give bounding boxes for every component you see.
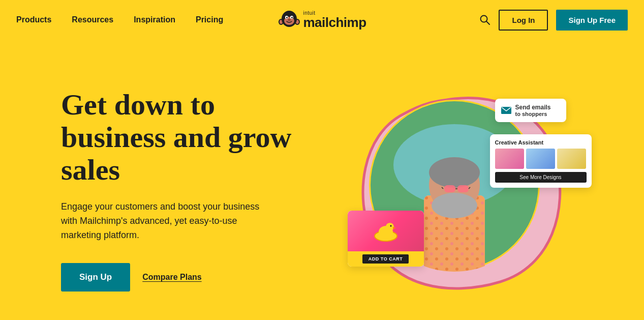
nav-left: Products Resources Inspiration Pricing: [16, 15, 223, 24]
nav-products[interactable]: Products: [16, 15, 51, 24]
logo[interactable]: intuit mailchimp: [278, 9, 366, 31]
send-emails-text: Send emails to shoppers: [515, 104, 551, 117]
svg-line-12: [486, 21, 489, 24]
search-icon: [479, 14, 490, 25]
creative-assistant-title: Creative Assistant: [495, 139, 587, 146]
card-send-emails: Send emails to shoppers: [495, 99, 566, 122]
login-button[interactable]: Log In: [499, 10, 548, 31]
design-thumb-1: [495, 149, 524, 169]
add-to-cart-area: ADD TO CART: [348, 251, 424, 267]
compare-plans-button[interactable]: Compare Plans: [142, 273, 201, 282]
hero-buttons: Sign Up Compare Plans: [61, 263, 315, 292]
nav-inspiration[interactable]: Inspiration: [134, 15, 175, 24]
svg-point-35: [386, 223, 394, 231]
see-more-designs-button[interactable]: See More Designs: [495, 172, 587, 183]
search-button[interactable]: [479, 14, 490, 25]
svg-rect-23: [457, 185, 469, 192]
design-thumbnails: [495, 149, 587, 169]
hero-signup-button[interactable]: Sign Up: [61, 263, 130, 292]
hero-right: Send emails to shoppers Creative Assista…: [315, 60, 603, 320]
add-to-cart-button[interactable]: ADD TO CART: [362, 254, 409, 264]
card-product: ADD TO CART: [348, 211, 424, 267]
hero-illustration: Send emails to shoppers Creative Assista…: [343, 83, 576, 297]
svg-point-36: [390, 225, 391, 226]
nav-right: Log In Sign Up Free: [479, 10, 628, 31]
product-image: [348, 211, 424, 251]
email-icon: [501, 107, 511, 114]
design-thumb-3: [557, 149, 586, 169]
svg-point-10: [287, 19, 290, 21]
nav-resources[interactable]: Resources: [72, 15, 113, 24]
svg-point-21: [432, 193, 477, 218]
svg-point-9: [291, 17, 292, 18]
navbar: Products Resources Inspiration Pricing: [0, 0, 644, 40]
hero-left: Get down to business and grow sales Enga…: [61, 89, 315, 292]
duck-illustration: [371, 216, 401, 246]
svg-point-20: [429, 157, 480, 188]
logo-mailchimp: mailchimp: [303, 16, 366, 29]
card-creative-assistant: Creative Assistant See More Designs: [490, 134, 592, 188]
hero-subtitle: Engage your customers and boost your bus…: [61, 200, 274, 243]
hero-section: Get down to business and grow sales Enga…: [0, 40, 644, 320]
signup-free-button[interactable]: Sign Up Free: [556, 10, 628, 31]
design-thumb-2: [526, 149, 555, 169]
logo-text: intuit mailchimp: [303, 11, 366, 29]
svg-point-8: [286, 17, 287, 18]
svg-rect-22: [444, 185, 455, 192]
nav-pricing[interactable]: Pricing: [196, 15, 223, 24]
chimp-icon: [278, 9, 300, 31]
hero-title: Get down to business and grow sales: [61, 89, 315, 186]
